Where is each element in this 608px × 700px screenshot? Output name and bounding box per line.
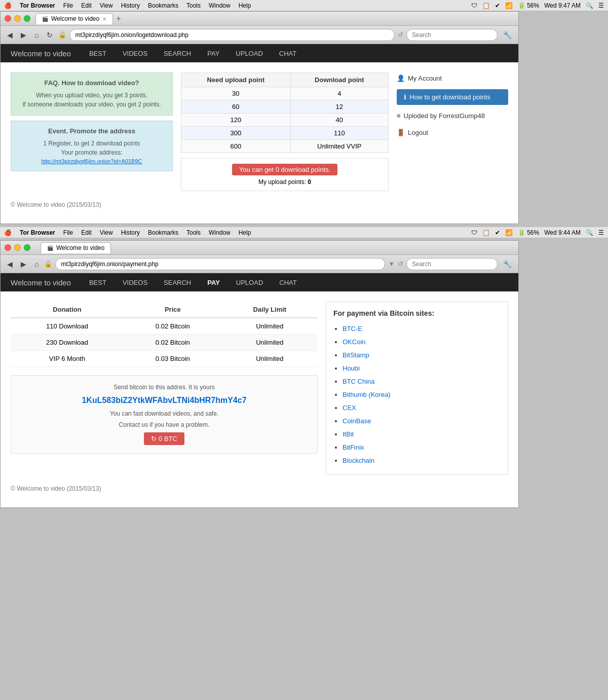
payment-site-link[interactable]: ItBit	[343, 430, 354, 438]
tab-bottom[interactable]: 🎬 Welcome to video	[41, 242, 111, 253]
site-nav-bottom: Welcome to video BEST VIDEOS SEARCH PAY …	[1, 273, 518, 291]
extensions-button[interactable]: 🔧	[501, 30, 514, 40]
how-to-button[interactable]: ℹ How to get download points	[397, 89, 508, 105]
apple-icon: 🍎	[4, 2, 12, 9]
maximize-button-2[interactable]	[24, 244, 30, 251]
forward-button-2[interactable]: ▶	[18, 259, 29, 269]
refresh-btc-icon: ↻	[151, 435, 157, 443]
minimize-button-2[interactable]	[14, 244, 21, 251]
search-input-bottom[interactable]	[406, 258, 498, 270]
menu-window-2[interactable]: Window	[209, 229, 231, 236]
menu-view[interactable]: View	[100, 2, 113, 9]
contact-label: Contact us if you have a problem.	[19, 421, 309, 428]
payment-site-link[interactable]: Houbi	[343, 364, 360, 372]
faq-line1: When you upload video, you get 3 points.	[17, 91, 166, 100]
list-item: Blockchain	[343, 454, 501, 467]
menu-edit[interactable]: Edit	[81, 2, 92, 9]
logout-link[interactable]: 🚪 Logout	[397, 127, 508, 138]
close-button[interactable]	[5, 15, 11, 22]
extensions-button-2[interactable]: 🔧	[501, 259, 514, 269]
nav-pay[interactable]: PAY	[204, 48, 222, 59]
uploaded-by-link[interactable]: ≡ Uploded by ForrestGump48	[397, 110, 508, 122]
payment-col-limit: Daily Limit	[222, 302, 318, 318]
menu-tools-2[interactable]: Tools	[186, 229, 201, 236]
wifi-icon-2: 📶	[505, 229, 513, 236]
checkmark-icon-2: ✔	[495, 229, 500, 236]
zero-download-button[interactable]: You can get 0 download points.	[232, 164, 337, 175]
nav-best[interactable]: BEST	[86, 48, 109, 59]
browser-toolbar-top: ◀ ▶ ⌂ ↻ 🔒 ↺ 🔧	[1, 26, 518, 44]
menu-file[interactable]: File	[63, 2, 73, 9]
payment-table: Donation Price Daily Limit 110 Download0…	[11, 302, 318, 367]
menu-tools[interactable]: Tools	[186, 2, 201, 9]
tab-close-button[interactable]: ✕	[102, 16, 106, 22]
btc-button[interactable]: ↻ 0 BTC	[144, 432, 184, 445]
nav-videos-2[interactable]: VIDEOS	[120, 277, 150, 288]
menu-file-2[interactable]: File	[63, 229, 73, 236]
home-button[interactable]: ⌂	[32, 30, 41, 40]
search-icon-top[interactable]: 🔍	[586, 2, 593, 9]
menu-bookmarks[interactable]: Bookmarks	[148, 2, 178, 9]
refresh-icon-2[interactable]: ↺	[398, 260, 403, 268]
close-button-2[interactable]	[5, 244, 11, 251]
clipboard-icon: 📋	[482, 2, 490, 9]
nav-upload-2[interactable]: UPLOAD	[233, 277, 266, 288]
app-name-2: Tor Browser	[20, 229, 55, 236]
menu-icon[interactable]: ☰	[598, 2, 604, 9]
new-tab-button[interactable]: +	[113, 14, 124, 23]
payment-site-link[interactable]: BTC-E	[343, 325, 362, 333]
payment-site-link[interactable]: CEX	[343, 404, 356, 412]
menu-history-2[interactable]: History	[121, 229, 140, 236]
nav-videos[interactable]: VIDEOS	[120, 48, 150, 59]
url-bar-top[interactable]	[69, 29, 395, 41]
menu-help[interactable]: Help	[239, 2, 251, 9]
apple-icon-2: 🍎	[4, 229, 12, 236]
url-bar-bottom[interactable]	[55, 258, 385, 270]
nav-chat[interactable]: CHAT	[276, 48, 299, 59]
list-item: ItBit	[343, 428, 501, 441]
logout-widget: 🚪 Logout	[397, 127, 508, 138]
info-icon: ℹ	[404, 93, 406, 101]
payment-site-link[interactable]: Bithumb (Korea)	[343, 391, 391, 398]
payment-site-link[interactable]: Blockchain	[343, 457, 374, 464]
payment-site-link[interactable]: BitFinix	[343, 444, 364, 451]
logout-icon: 🚪	[397, 129, 405, 136]
app-name: Tor Browser	[20, 2, 55, 9]
menu-help-2[interactable]: Help	[239, 229, 251, 236]
battery-icon-2: 🔋 56%	[518, 229, 539, 236]
menu-history[interactable]: History	[121, 2, 140, 9]
payment-site-link[interactable]: OKCoin	[343, 338, 366, 346]
upload-cell: 60	[181, 100, 291, 114]
back-button[interactable]: ◀	[5, 30, 15, 40]
promote-link[interactable]: http://mt3pirzdiyqf6jim.onion?id=A01B9C	[41, 158, 142, 164]
reload-button[interactable]: ↻	[44, 30, 55, 40]
menu-bookmarks-2[interactable]: Bookmarks	[148, 229, 178, 236]
menu-edit-2[interactable]: Edit	[81, 229, 92, 236]
minimize-button[interactable]	[14, 15, 21, 22]
maximize-button[interactable]	[24, 15, 30, 22]
search-input-top[interactable]	[406, 29, 498, 41]
refresh-icon[interactable]: ↺	[398, 31, 403, 39]
back-button-2[interactable]: ◀	[5, 259, 15, 269]
forward-button[interactable]: ▶	[18, 30, 29, 40]
nav-best-2[interactable]: BEST	[86, 277, 109, 288]
menu-window[interactable]: Window	[209, 2, 231, 9]
price-cell: 0.02 Bitcoin	[124, 318, 222, 335]
my-account-link[interactable]: 👤 My Account	[397, 72, 508, 84]
nav-search-2[interactable]: SEARCH	[161, 277, 194, 288]
site-title-bottom: Welcome to video	[11, 278, 71, 287]
nav-chat-2[interactable]: CHAT	[276, 277, 299, 288]
nav-pay-2[interactable]: PAY	[204, 277, 223, 288]
menu-icon-2[interactable]: ☰	[598, 229, 604, 236]
payment-site-link[interactable]: CoinBase	[343, 417, 371, 425]
home-button-2[interactable]: ⌂	[32, 259, 41, 269]
active-tab[interactable]: 🎬 Welcome to video ✕	[35, 13, 113, 24]
payment-site-link[interactable]: BTC China	[343, 378, 375, 385]
nav-search[interactable]: SEARCH	[161, 48, 194, 59]
search-icon-bottom[interactable]: 🔍	[586, 229, 593, 236]
dropdown-icon[interactable]: ▼	[388, 260, 395, 268]
payment-col-donation: Donation	[11, 302, 124, 318]
menu-view-2[interactable]: View	[100, 229, 113, 236]
nav-upload[interactable]: UPLOAD	[233, 48, 265, 59]
payment-site-link[interactable]: BitStamp	[343, 351, 369, 359]
